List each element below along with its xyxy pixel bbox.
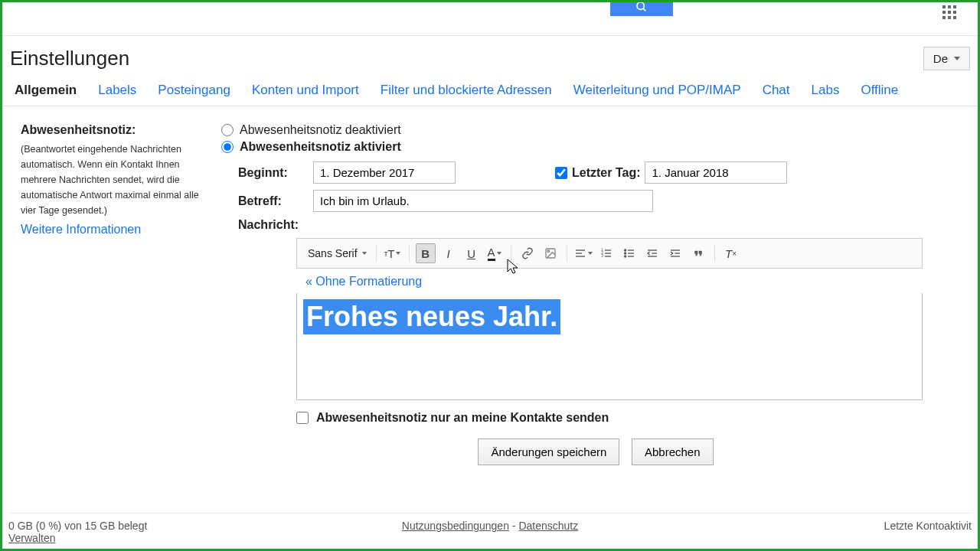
section-info: Abwesenheitsnotiz: (Beantwortet eingehen… [21,123,221,465]
storage-info: 0 GB (0 %) von 15 GB belegt Verwalten [8,520,147,544]
align-icon [574,247,586,259]
begins-input[interactable] [313,161,456,184]
chevron-down-icon [362,252,367,255]
manage-link[interactable]: Verwalten [8,532,55,544]
image-icon [544,247,557,259]
header-row: Einstellungen De [2,36,978,77]
bold-button[interactable]: B [416,243,436,263]
quote-icon [692,247,704,259]
message-body[interactable]: Frohes neues Jahr. [296,293,923,400]
plain-text-link[interactable]: « Ohne Formatierung [296,269,422,293]
page-title: Einstellungen [10,47,129,70]
action-row: Änderungen speichern Abbrechen [221,439,970,465]
subject-label: Betreff: [238,194,313,208]
tab-labs[interactable]: Labs [812,83,840,98]
activity-info: Letzte Kontoaktivit [884,520,972,544]
link-icon [521,247,534,259]
underline-button[interactable]: U [462,243,482,263]
numbered-list-button[interactable]: 123 [596,243,616,263]
bullet-list-icon [623,247,635,259]
tab-allgemein[interactable]: Allgemein [15,83,77,98]
link-button[interactable] [518,243,537,263]
align-button[interactable] [573,243,593,263]
svg-point-0 [637,2,644,9]
contacts-only-checkbox[interactable] [296,412,309,424]
subject-input[interactable] [313,190,653,212]
svg-point-17 [624,253,626,254]
svg-point-3 [547,250,550,253]
search-button[interactable] [610,0,673,16]
footer-links: Nutzungsbedingungen - Datenschutz [402,520,578,532]
chevron-down-icon [954,57,960,60]
radio-off-label: Abwesenheitsnotiz deaktiviert [240,123,401,137]
svg-point-18 [624,256,626,257]
tab-chat[interactable]: Chat [763,83,790,98]
cancel-button[interactable]: Abbrechen [632,439,714,465]
font-select[interactable]: Sans Serif [305,246,370,261]
form-area: Abwesenheitsnotiz deaktiviert Abwesenhei… [221,123,970,465]
save-button[interactable]: Änderungen speichern [478,439,619,465]
radio-on-input[interactable] [221,141,234,153]
tab-labels[interactable]: Labels [98,83,136,98]
footer: 0 GB (0 %) von 15 GB belegt Verwalten Nu… [8,513,972,544]
top-bar [2,2,978,36]
privacy-link[interactable]: Datenschutz [518,520,578,532]
message-label: Nachricht: [238,218,313,232]
section-title: Abwesenheitsnotiz: [21,123,207,137]
indent-less-icon [646,247,658,259]
clear-format-button[interactable]: T× [721,243,741,263]
indent-more-icon [669,247,681,259]
indent-more-button[interactable] [665,243,685,263]
more-info-link[interactable]: Weitere Informationen [21,223,141,236]
settings-tabs: Allgemein Labels Posteingang Konten und … [2,77,978,106]
contacts-only-row[interactable]: Abwesenheitsnotiz nur an meine Kontakte … [296,411,970,425]
bullet-list-button[interactable] [619,243,639,263]
toolbar: Sans Serif тT B I U A 123 T× [296,238,923,269]
terms-link[interactable]: Nutzungsbedingungen [402,520,509,532]
tab-konten[interactable]: Konten und Import [252,83,359,98]
radio-on-label: Abwesenheitsnotiz aktiviert [240,140,401,154]
tab-posteingang[interactable]: Posteingang [158,83,230,98]
lastday-checkbox[interactable] [555,167,567,179]
tab-filter[interactable]: Filter und blockierte Adressen [381,83,552,98]
message-text: Frohes neues Jahr. [303,299,560,334]
font-size-button[interactable]: тT [383,243,403,263]
svg-text:3: 3 [601,254,603,258]
contacts-only-label: Abwesenheitsnotiz nur an meine Kontakte … [316,411,609,425]
radio-off[interactable]: Abwesenheitsnotiz deaktiviert [221,123,970,137]
quote-button[interactable] [688,243,708,263]
italic-button[interactable]: I [439,243,459,263]
svg-line-1 [643,8,645,11]
radio-on[interactable]: Abwesenheitsnotiz aktiviert [221,140,970,154]
begins-label: Beginnt: [238,166,313,180]
svg-point-16 [624,249,626,251]
search-icon [635,1,648,13]
text-color-button[interactable]: A [485,243,505,263]
language-select[interactable]: De [923,47,970,70]
indent-less-button[interactable] [642,243,662,263]
language-label: De [933,52,948,65]
lastday-label: Letzter Tag: [572,166,640,180]
image-button[interactable] [541,243,560,263]
lastday-input[interactable] [645,161,787,184]
section-desc: (Beantwortet eingehende Nachrichten auto… [21,142,207,218]
radio-off-input[interactable] [221,124,234,136]
numbered-list-icon: 123 [600,247,612,259]
editor: Sans Serif тT B I U A 123 T× [296,238,923,400]
apps-icon[interactable] [942,5,956,19]
tab-offline[interactable]: Offline [861,83,898,98]
tab-weiterleitung[interactable]: Weiterleitung und POP/IMAP [573,83,741,98]
content: Abwesenheitsnotiz: (Beantwortet eingehen… [2,106,978,465]
